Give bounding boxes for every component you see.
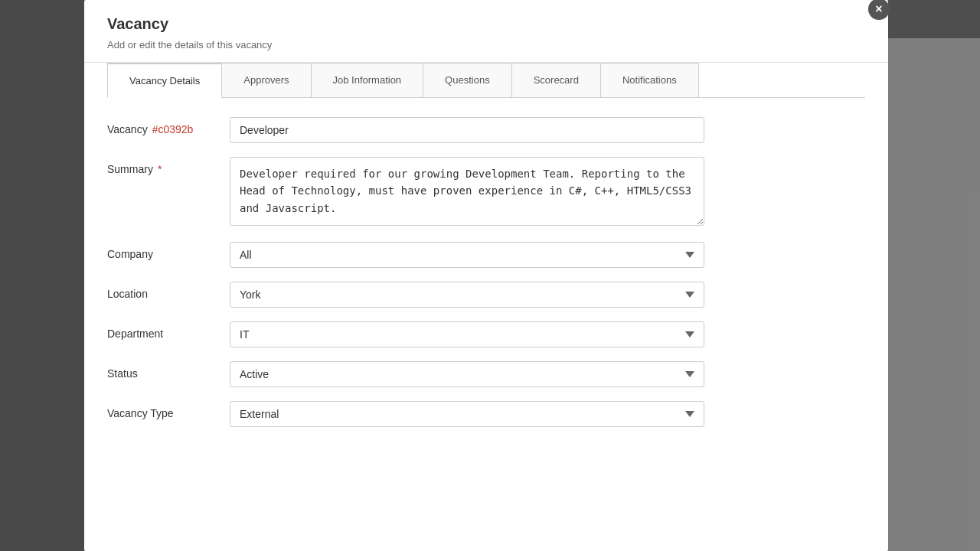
vacancy-modal: × Vacancy Add or edit the details of thi…: [84, 0, 888, 551]
status-row: Status Active Inactive Draft: [107, 361, 865, 387]
vacancy-type-label: Vacancy Type: [107, 401, 230, 419]
close-icon: ×: [875, 2, 882, 16]
tab-notifications[interactable]: Notifications: [600, 63, 699, 97]
vacancy-row: Vacancy #c0392b: [107, 117, 865, 143]
modal-header: Vacancy Add or edit the details of this …: [84, 0, 888, 63]
status-label: Status: [107, 361, 230, 380]
summary-label: Summary *: [107, 157, 230, 175]
tab-scorecard[interactable]: Scorecard: [511, 63, 601, 97]
tab-bar: Vacancy Details Approvers Job Informatio…: [107, 63, 865, 98]
vacancy-label: Vacancy #c0392b: [107, 117, 230, 135]
company-select[interactable]: All Company A Company B: [230, 242, 704, 268]
department-select[interactable]: IT HR Finance: [230, 321, 704, 347]
modal-title: Vacancy: [107, 15, 865, 33]
modal-subtitle: Add or edit the details of this vacancy: [107, 39, 865, 51]
summary-textarea[interactable]: Developer required for our growing Devel…: [230, 157, 704, 226]
department-row: Department IT HR Finance: [107, 321, 865, 347]
department-control: IT HR Finance: [230, 321, 704, 347]
vacancy-input[interactable]: [230, 117, 704, 143]
company-label: Company: [107, 242, 230, 260]
vacancy-type-control: External Internal Both: [230, 401, 704, 427]
location-label: Location: [107, 282, 230, 300]
department-label: Department: [107, 321, 230, 340]
company-control: All Company A Company B: [230, 242, 704, 268]
vacancy-type-row: Vacancy Type External Internal Both: [107, 401, 865, 427]
status-select[interactable]: Active Inactive Draft: [230, 361, 704, 387]
tab-vacancy-details[interactable]: Vacancy Details: [107, 63, 222, 98]
location-row: Location York London Manchester: [107, 282, 865, 308]
tab-approvers[interactable]: Approvers: [221, 63, 311, 97]
summary-control: Developer required for our growing Devel…: [230, 157, 704, 228]
form-body: Vacancy #c0392b Summary * Developer requ…: [84, 98, 888, 460]
location-select[interactable]: York London Manchester: [230, 282, 704, 308]
company-row: Company All Company A Company B: [107, 242, 865, 268]
tab-questions[interactable]: Questions: [423, 63, 512, 97]
vacancy-type-select[interactable]: External Internal Both: [230, 401, 704, 427]
summary-row: Summary * Developer required for our gro…: [107, 157, 865, 228]
location-control: York London Manchester: [230, 282, 704, 308]
vacancy-required-star: #c0392b: [152, 123, 194, 135]
summary-required-star: *: [158, 163, 162, 175]
vacancy-control: [230, 117, 704, 143]
tab-job-information[interactable]: Job Information: [311, 63, 424, 97]
status-control: Active Inactive Draft: [230, 361, 704, 387]
